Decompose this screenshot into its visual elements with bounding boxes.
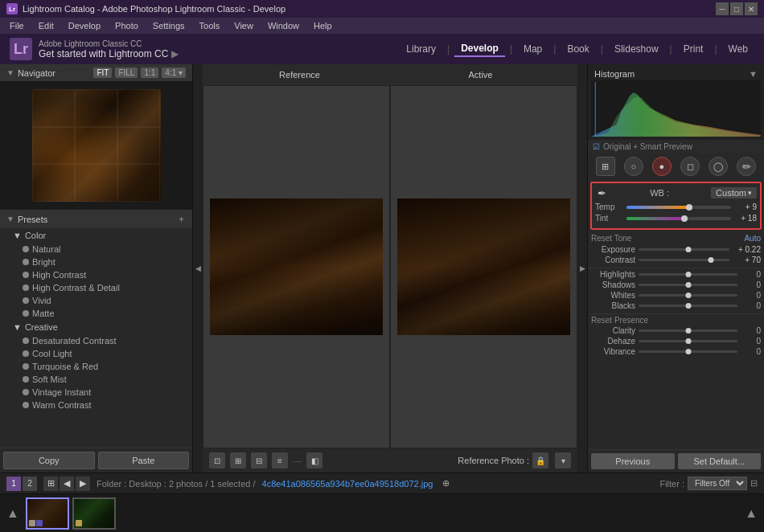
- temp-slider[interactable]: [626, 206, 731, 209]
- preset-item-soft-mist[interactable]: Soft Mist: [0, 373, 192, 386]
- page-2-btn[interactable]: 2: [23, 477, 37, 491]
- previous-button[interactable]: Previous: [591, 453, 675, 469]
- nav-1-1-btn[interactable]: 1:1: [141, 68, 158, 78]
- wb-value[interactable]: Custom ▾: [711, 187, 757, 198]
- nav-fill-btn[interactable]: FILL: [115, 68, 138, 78]
- tint-slider[interactable]: [626, 217, 731, 220]
- filmstrip-thumb-1[interactable]: [26, 497, 69, 530]
- menu-tools[interactable]: Tools: [193, 19, 227, 32]
- tone-auto-btn[interactable]: Auto: [744, 234, 761, 243]
- dehaze-slider[interactable]: [639, 340, 737, 342]
- nav-library[interactable]: Library: [400, 42, 442, 56]
- nav-map[interactable]: Map: [517, 42, 548, 56]
- preset-item-matte[interactable]: Matte: [0, 307, 192, 320]
- menu-window[interactable]: Window: [261, 19, 306, 32]
- copy-button[interactable]: Copy: [3, 452, 95, 469]
- filmstrip-thumb-2[interactable]: [72, 497, 116, 530]
- vibrance-slider[interactable]: [639, 350, 737, 353]
- temp-thumb[interactable]: [686, 204, 692, 211]
- exposure-slider[interactable]: [639, 248, 729, 251]
- preset-item-natural[interactable]: Natural: [0, 243, 192, 256]
- contrast-value: + 70: [733, 256, 761, 264]
- presets-collapse-icon[interactable]: ▼: [6, 215, 14, 223]
- vibrance-thumb[interactable]: [685, 349, 691, 354]
- right-panel-collapse[interactable]: ▶: [577, 64, 587, 473]
- filmstrip-right-arrow[interactable]: ▲: [745, 506, 758, 521]
- compare-tool-icon[interactable]: ⊟: [251, 452, 267, 469]
- contrast-slider[interactable]: [639, 259, 729, 261]
- next-photo-btn[interactable]: ▶: [76, 477, 90, 491]
- highlights-slider[interactable]: [639, 273, 737, 276]
- paste-button[interactable]: Paste: [98, 452, 190, 469]
- blacks-thumb[interactable]: [685, 303, 691, 309]
- preset-group-color-header[interactable]: ▼ Color: [0, 228, 192, 243]
- grid-view-btn[interactable]: ⊞: [43, 477, 58, 491]
- set-default-button[interactable]: Set Default...: [678, 453, 762, 469]
- preset-item-vivid[interactable]: Vivid: [0, 294, 192, 307]
- nav-web[interactable]: Web: [722, 42, 754, 56]
- menu-develop[interactable]: Develop: [62, 19, 107, 32]
- page-1-btn[interactable]: 1: [6, 477, 21, 491]
- prev-photo-btn[interactable]: ◀: [60, 477, 74, 491]
- navigator-collapse-icon[interactable]: ▼: [6, 68, 14, 77]
- minimize-button[interactable]: ─: [716, 2, 729, 15]
- redeye-tool-btn[interactable]: ●: [652, 157, 672, 176]
- preset-item-high-contrast[interactable]: High Contrast: [0, 268, 192, 281]
- preset-item-cool-light[interactable]: Cool Light: [0, 347, 192, 360]
- film-icon-grid: [29, 520, 35, 526]
- highlights-thumb[interactable]: [685, 272, 691, 277]
- preset-item-warm-contrast[interactable]: Warm Contrast: [0, 399, 192, 411]
- brush-tool-btn[interactable]: ✏: [737, 157, 756, 176]
- preview-checkbox[interactable]: ☑: [593, 142, 600, 151]
- crop-tool-icon[interactable]: ⊡: [209, 452, 225, 469]
- radial-tool-btn[interactable]: ◯: [709, 157, 728, 176]
- crop-tool-btn[interactable]: ⊞: [596, 157, 615, 176]
- left-panel-collapse[interactable]: ◀: [193, 64, 203, 473]
- menu-edit[interactable]: Edit: [32, 19, 60, 32]
- menu-help[interactable]: Help: [307, 19, 339, 32]
- shadows-thumb[interactable]: [685, 282, 691, 288]
- nav-fit-btn[interactable]: FIT: [93, 68, 112, 78]
- filter-expand-icon[interactable]: ⊟: [750, 478, 758, 489]
- film-icon-small: [76, 520, 82, 526]
- nav-4-1-btn[interactable]: 4:1 ▾: [162, 68, 186, 78]
- adjust-tool-icon[interactable]: ≡: [272, 452, 288, 469]
- whites-thumb[interactable]: [685, 293, 691, 298]
- preset-item-bright[interactable]: Bright: [0, 256, 192, 268]
- whites-slider[interactable]: [639, 294, 737, 297]
- clarity-slider[interactable]: [639, 329, 737, 332]
- wb-eyedropper-tool[interactable]: ✒: [595, 186, 608, 199]
- shadows-slider[interactable]: [639, 284, 737, 286]
- spot-tool-btn[interactable]: ○: [624, 157, 643, 176]
- maximize-button[interactable]: □: [730, 2, 743, 15]
- preset-dot: [23, 338, 29, 344]
- menu-view[interactable]: View: [228, 19, 260, 32]
- gradient-tool-btn[interactable]: ◻: [680, 157, 700, 176]
- close-button[interactable]: ✕: [745, 2, 758, 15]
- filter-select[interactable]: Filters Off Flagged Rated: [688, 477, 747, 490]
- menu-settings[interactable]: Settings: [146, 19, 191, 32]
- preset-item-high-contrast-detail[interactable]: High Contrast & Detail: [0, 281, 192, 294]
- before-after-icon[interactable]: ◧: [306, 452, 322, 469]
- preset-item-vintage[interactable]: Vintage Instant: [0, 386, 192, 399]
- exposure-thumb[interactable]: [686, 247, 692, 252]
- tint-thumb[interactable]: [681, 215, 688, 222]
- menu-photo[interactable]: Photo: [109, 19, 145, 32]
- nav-print[interactable]: Print: [677, 42, 710, 56]
- ref-photo-dropdown[interactable]: 🔒: [532, 452, 548, 469]
- ref-photo-arrow[interactable]: ▾: [555, 452, 571, 469]
- dehaze-thumb[interactable]: [685, 338, 691, 344]
- blacks-slider[interactable]: [639, 305, 737, 307]
- presets-add-button[interactable]: ＋: [177, 213, 186, 225]
- preset-item-desaturated[interactable]: Desaturated Contrast: [0, 334, 192, 347]
- preset-item-turquoise[interactable]: Turquoise & Red: [0, 360, 192, 373]
- menu-file[interactable]: File: [3, 19, 31, 32]
- grid-tool-icon[interactable]: ⊞: [230, 452, 246, 469]
- contrast-thumb[interactable]: [709, 257, 714, 263]
- clarity-thumb[interactable]: [685, 328, 691, 334]
- preset-group-creative-header[interactable]: ▼ Creative: [0, 320, 192, 334]
- filmstrip-left-arrow[interactable]: ▲: [6, 506, 19, 521]
- nav-develop[interactable]: Develop: [454, 41, 505, 57]
- nav-slideshow[interactable]: Slideshow: [608, 42, 665, 56]
- nav-book[interactable]: Book: [561, 42, 595, 56]
